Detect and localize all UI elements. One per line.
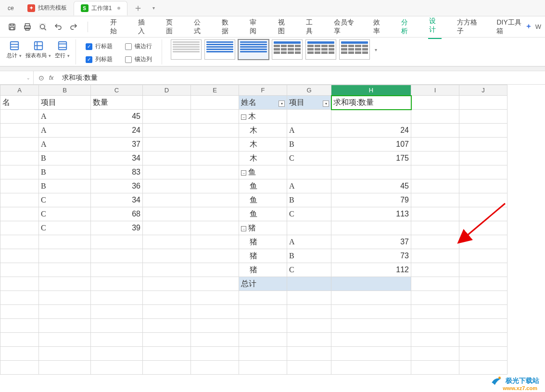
cell[interactable]	[459, 249, 507, 263]
collapse-icon[interactable]: −	[241, 114, 246, 120]
template-tab[interactable]: ✦ 找稻壳模板	[21, 1, 74, 15]
cell[interactable]	[459, 263, 507, 277]
col-header-A[interactable]: A	[0, 85, 39, 96]
cell[interactable]	[0, 235, 39, 249]
cell[interactable]	[411, 124, 459, 138]
cell[interactable]	[39, 291, 91, 305]
cell[interactable]: A	[287, 179, 331, 193]
cell[interactable]: 175	[331, 152, 411, 165]
cell[interactable]: 项目	[39, 96, 91, 110]
cell[interactable]	[459, 138, 507, 152]
cell[interactable]	[239, 319, 287, 333]
cell[interactable]	[287, 305, 331, 319]
cell[interactable]: B	[39, 179, 91, 193]
pivot-style-6[interactable]	[339, 39, 370, 60]
pivot-style-5[interactable]	[305, 39, 336, 60]
col-header-B[interactable]: B	[39, 85, 91, 96]
menu-fangfang[interactable]: 方方格子	[456, 16, 481, 38]
cell[interactable]	[411, 319, 459, 333]
cell[interactable]	[143, 221, 191, 235]
cell[interactable]	[411, 361, 459, 375]
cell[interactable]	[239, 291, 287, 305]
cell[interactable]	[191, 361, 239, 375]
cell[interactable]	[239, 347, 287, 361]
cell[interactable]	[143, 361, 191, 375]
cell[interactable]	[411, 263, 459, 277]
cell[interactable]	[331, 319, 411, 333]
col-header-C[interactable]: C	[91, 85, 143, 96]
cell[interactable]: B	[39, 165, 91, 179]
cell[interactable]	[191, 152, 239, 165]
cell[interactable]	[459, 347, 507, 361]
cell[interactable]: C	[39, 207, 91, 221]
cell[interactable]	[191, 193, 239, 207]
cell[interactable]: 24	[91, 124, 143, 138]
cell[interactable]	[411, 333, 459, 347]
cell[interactable]	[411, 165, 459, 179]
pivot-header-item[interactable]: 项目▾	[287, 96, 331, 110]
cell[interactable]	[143, 235, 191, 249]
cell[interactable]	[459, 207, 507, 221]
cell[interactable]	[0, 291, 39, 305]
cell[interactable]	[0, 347, 39, 361]
cell[interactable]	[287, 277, 331, 291]
menu-tools[interactable]: 工具	[305, 16, 318, 38]
cell[interactable]	[331, 165, 411, 179]
cell[interactable]	[39, 263, 91, 277]
cell[interactable]	[39, 277, 91, 291]
cell[interactable]	[411, 277, 459, 291]
pivot-style-2[interactable]	[204, 39, 235, 60]
formula-input[interactable]: 求和项:数量	[58, 74, 545, 82]
print-icon[interactable]	[23, 23, 32, 31]
cell[interactable]: B	[287, 193, 331, 207]
menu-page[interactable]: 页面	[165, 16, 178, 38]
cell[interactable]	[239, 333, 287, 347]
cell[interactable]	[287, 319, 331, 333]
cell[interactable]: 37	[331, 235, 411, 249]
report-layout-button[interactable]: 报表布局	[24, 39, 53, 60]
cell[interactable]	[91, 347, 143, 361]
cell[interactable]	[0, 124, 39, 138]
cell[interactable]: 36	[91, 179, 143, 193]
cell[interactable]	[39, 319, 91, 333]
cell[interactable]	[331, 221, 411, 235]
cell[interactable]	[91, 235, 143, 249]
cell[interactable]: B	[39, 152, 91, 165]
cell[interactable]	[459, 361, 507, 375]
cell[interactable]	[0, 138, 39, 152]
cell[interactable]	[331, 110, 411, 124]
cell[interactable]: 45	[331, 179, 411, 193]
gallery-more-button[interactable]: ▾	[373, 47, 379, 52]
menu-analysis[interactable]: 分析	[400, 16, 414, 38]
cell[interactable]	[39, 347, 91, 361]
cell[interactable]	[191, 263, 239, 277]
cell[interactable]: C	[287, 207, 331, 221]
pivot-style-3[interactable]	[238, 39, 269, 60]
cell[interactable]	[0, 277, 39, 291]
col-header-E[interactable]: E	[191, 85, 239, 96]
cell[interactable]	[0, 249, 39, 263]
col-header-checkbox[interactable]: ✓列标题	[83, 54, 115, 64]
cell[interactable]	[143, 96, 191, 110]
menu-view[interactable]: 视图	[277, 16, 291, 38]
cell[interactable]	[191, 319, 239, 333]
cell[interactable]	[411, 305, 459, 319]
cell[interactable]	[143, 165, 191, 179]
menu-formula[interactable]: 公式	[193, 16, 206, 38]
cell[interactable]: B	[287, 249, 331, 263]
new-tab-button[interactable]: ＋	[127, 1, 149, 14]
fx-icon[interactable]: fx	[49, 75, 53, 81]
cell[interactable]	[459, 235, 507, 249]
cell[interactable]	[191, 179, 239, 193]
cell[interactable]	[239, 305, 287, 319]
cell[interactable]	[143, 138, 191, 152]
col-header-D[interactable]: D	[143, 85, 191, 96]
cell[interactable]: 木	[239, 124, 287, 138]
cell[interactable]	[143, 249, 191, 263]
pivot-style-1[interactable]	[171, 39, 202, 60]
cell[interactable]	[0, 361, 39, 375]
cell[interactable]	[0, 333, 39, 347]
cell[interactable]	[411, 291, 459, 305]
ai-icon[interactable]	[525, 23, 532, 31]
cell[interactable]	[39, 333, 91, 347]
